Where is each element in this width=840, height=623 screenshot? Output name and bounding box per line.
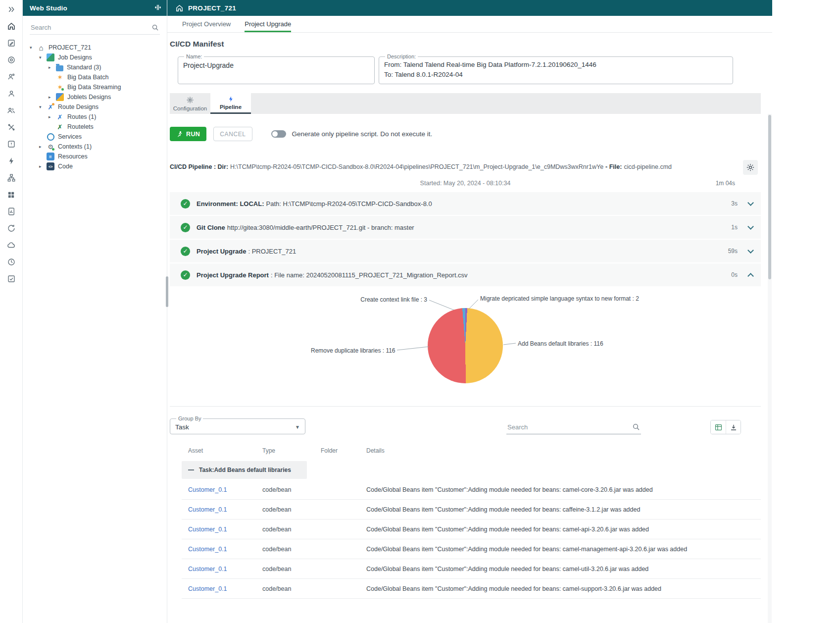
rail-apps-button[interactable] (5, 189, 18, 200)
flash-icon (228, 96, 234, 103)
tree-item-big-data-streaming[interactable]: Big Data Streaming (23, 82, 167, 92)
pipeline-settings-button[interactable] (743, 160, 758, 175)
rail-checklist-button[interactable] (5, 273, 18, 284)
panel-splitter-handle[interactable] (166, 276, 168, 307)
export-table-icon (714, 423, 723, 431)
expand-arrow-icon[interactable] (49, 114, 56, 119)
rail-api-button[interactable] (5, 54, 18, 65)
success-check-icon: ✓ (181, 199, 190, 208)
rail-pipelines-button[interactable] (5, 156, 18, 166)
rail-expand-button[interactable] (5, 4, 18, 15)
tree-item-job-designs[interactable]: Job Designs (23, 52, 167, 62)
step-upgrade-report[interactable]: ✓ Project Upgrade Report: File name: 202… (170, 263, 761, 286)
step-project-upgrade[interactable]: ✓ Project Upgrade: PROJECT_721 59s (170, 240, 761, 262)
asset-link[interactable]: Customer_0.1 (182, 585, 262, 592)
job-designs-icon (47, 53, 54, 61)
export-table-button[interactable] (711, 420, 726, 434)
asset-link[interactable]: Customer_0.1 (182, 486, 262, 493)
run-controls: RUN CANCEL Generate only pipeline script… (170, 127, 761, 141)
subtab-label: Configuration (173, 105, 207, 111)
script-only-toggle[interactable] (271, 130, 286, 138)
group-by-select[interactable]: Group By Task ▼ (170, 415, 305, 434)
rail-tools-button[interactable] (5, 122, 18, 133)
rail-designer-button[interactable] (5, 38, 18, 49)
rail-cloud-button[interactable] (5, 240, 18, 251)
step-environment[interactable]: ✓ Environment: LOCAL:Path: H:\TCMP\tcmp-… (170, 192, 761, 215)
run-button[interactable]: RUN (170, 127, 206, 141)
rail-home-button[interactable] (5, 21, 18, 32)
tree-item-routes[interactable]: Routes (1) (23, 112, 167, 122)
asset-link[interactable]: Customer_0.1 (182, 546, 262, 553)
tab-project-overview[interactable]: Project Overview (182, 16, 231, 32)
scrollbar-thumb[interactable] (768, 115, 771, 279)
route-designs-icon (47, 103, 54, 111)
rail-engine-button[interactable] (5, 139, 18, 150)
subtab-configuration[interactable]: Configuration (170, 93, 210, 114)
sidebar: Web Studio PROJECT_721 Job Designs Stand… (23, 0, 167, 623)
table-group-row[interactable]: Task:Add Beans default libraries (182, 461, 307, 479)
report-search-input[interactable] (506, 420, 641, 434)
asset-type: code/bean (262, 526, 321, 533)
asset-link[interactable]: Customer_0.1 (182, 566, 262, 572)
tree-item-services[interactable]: Services (23, 132, 167, 142)
expand-arrow-icon[interactable] (39, 144, 47, 149)
expand-arrow-icon[interactable] (49, 95, 56, 100)
collapse-panel-button[interactable] (154, 3, 162, 13)
rail-reports-button[interactable] (5, 206, 18, 217)
asset-link[interactable]: Customer_0.1 (182, 506, 262, 513)
rail-user-button[interactable] (5, 88, 18, 99)
expand-arrow-icon[interactable] (49, 65, 56, 70)
tree-item-route-designs[interactable]: Route Designs (23, 102, 167, 112)
chevron-down-icon[interactable] (747, 223, 754, 230)
rail-users-button[interactable] (5, 105, 18, 116)
collapse-group-icon[interactable] (188, 469, 194, 470)
rail-hierarchy-button[interactable] (5, 172, 18, 183)
description-line-2[interactable]: To: Talend 8.0.1-R2024-04 (384, 70, 728, 80)
chevron-up-icon[interactable] (747, 273, 754, 279)
tab-project-upgrade[interactable]: Project Upgrade (245, 16, 291, 32)
rail-profile-button[interactable] (5, 71, 18, 82)
search-icon (151, 24, 159, 33)
success-check-icon: ✓ (181, 270, 190, 280)
row-details: Code/Global Beans item "Customer":Adding… (366, 506, 761, 513)
tree-item-big-data-batch[interactable]: Big Data Batch (23, 72, 167, 82)
name-field-value[interactable]: Project-Upgrade (183, 61, 369, 69)
step-label-bold: Environment: LOCAL: (197, 200, 264, 208)
tree-item-routelets[interactable]: Routelets (23, 122, 167, 132)
started-timestamp: Started: May 20, 2024 - 08:10:34 (420, 180, 511, 187)
description-field[interactable]: Description: From: Talend Talend Real-ti… (379, 53, 733, 84)
step-label-bold: Project Upgrade Report (197, 271, 269, 279)
chevron-down-icon[interactable] (747, 200, 754, 206)
tree-item-project[interactable]: PROJECT_721 (23, 43, 167, 52)
subtab-pipeline[interactable]: Pipeline (210, 93, 251, 114)
name-field[interactable]: Name: Project-Upgrade (178, 53, 375, 84)
asset-link[interactable]: Customer_0.1 (182, 526, 262, 533)
expand-arrow-icon[interactable] (39, 164, 47, 169)
tree-item-contexts[interactable]: Contexts (1) (23, 142, 167, 152)
vertical-scrollbar[interactable] (768, 114, 772, 623)
description-line-1[interactable]: From: Talend Talend Real-time Big Data P… (384, 60, 728, 70)
chevron-down-icon[interactable] (747, 247, 754, 254)
sidebar-search-input[interactable] (30, 21, 160, 34)
pie-chart[interactable] (428, 308, 503, 383)
download-button[interactable] (726, 420, 741, 434)
page-header-title: PROJECT_721 (188, 4, 236, 12)
apps-grid-icon (7, 191, 15, 199)
tree-item-joblets[interactable]: Joblets Designs (23, 92, 167, 102)
callout-migrate-syntax: Migrate depricated simple language synta… (480, 295, 639, 302)
group-row-label: Task:Add Beans default libraries (199, 467, 291, 473)
expand-arrow-icon[interactable] (39, 104, 47, 109)
expand-arrow-icon[interactable] (30, 45, 37, 50)
contexts-icon (47, 143, 54, 151)
tree-item-resources[interactable]: Resources (23, 152, 167, 161)
cancel-button[interactable]: CANCEL (213, 127, 252, 141)
rail-history-button[interactable] (5, 257, 18, 267)
tree-item-label: Big Data Batch (67, 74, 108, 81)
tree-item-standard[interactable]: Standard (3) (23, 62, 167, 72)
expand-arrow-icon[interactable] (39, 55, 47, 60)
section-divider (170, 406, 761, 407)
tree-item-code[interactable]: Code (23, 161, 167, 171)
step-git-clone[interactable]: ✓ Git Clonehttp://gitea:3080/middle-eart… (170, 216, 761, 239)
rail-processing-button[interactable] (5, 223, 18, 234)
row-details: Code/Global Beans item "Customer":Adding… (366, 585, 761, 592)
